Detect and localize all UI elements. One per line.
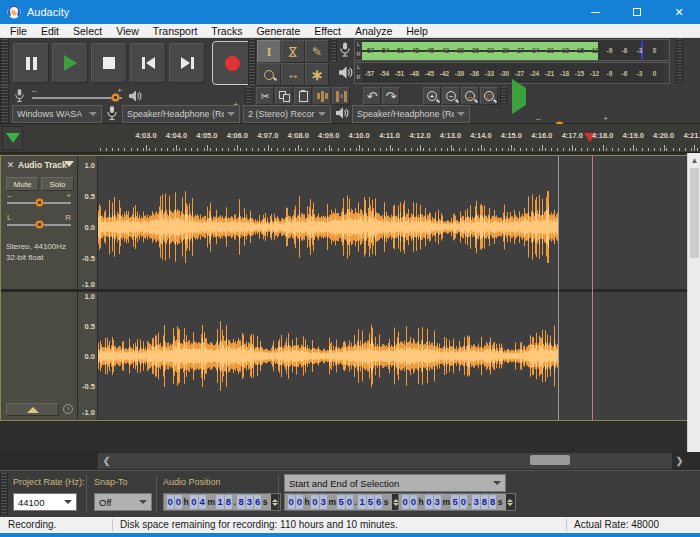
audacity-logo <box>7 5 21 19</box>
ruler-label: 4:14.0 <box>470 131 491 140</box>
skip-to-end-button[interactable] <box>169 43 205 83</box>
device-toolbar-grip[interactable] <box>0 106 9 123</box>
scroll-left-icon[interactable]: ❮ <box>99 453 114 469</box>
separator <box>156 475 157 513</box>
project-rate-select[interactable]: 44100 <box>13 493 77 511</box>
scroll-right-icon[interactable]: ❯ <box>672 453 687 469</box>
stop-button[interactable] <box>91 43 127 83</box>
transport-toolbar-grip[interactable] <box>0 39 9 85</box>
vertical-scrollbar[interactable]: ▲ ▼ <box>687 153 700 470</box>
scroll-up-icon[interactable]: ▲ <box>688 154 700 167</box>
time-shift-tool-button[interactable]: ↔ <box>281 63 305 86</box>
trim-audio-icon <box>317 91 328 102</box>
menu-select[interactable]: Select <box>66 25 109 37</box>
record-meter-grip[interactable] <box>330 39 337 61</box>
menu-transport[interactable]: Transport <box>146 25 205 37</box>
collapse-track-button[interactable] <box>6 403 59 416</box>
zoom-in-button[interactable]: + <box>423 87 441 105</box>
ruler-label: 4:10.0 <box>349 131 370 140</box>
spinner-icon[interactable] <box>506 494 515 510</box>
speaker-icon[interactable] <box>338 65 353 80</box>
menu-analyze[interactable]: Analyze <box>348 25 399 37</box>
close-button[interactable]: ✕ <box>658 0 700 24</box>
mixer-toolbar-grip[interactable] <box>0 87 9 105</box>
envelope-tool-button[interactable]: ⋈ <box>281 40 305 63</box>
chevron-down-icon <box>227 112 235 116</box>
copy-button[interactable] <box>275 87 293 105</box>
mute-button[interactable]: Mute <box>6 177 39 191</box>
play-icon <box>64 55 77 71</box>
menu-help[interactable]: Help <box>399 25 435 37</box>
trim-audio-button[interactable] <box>313 87 331 105</box>
zoom-tool-button[interactable] <box>257 63 281 86</box>
pause-button[interactable] <box>13 43 49 83</box>
menu-edit[interactable]: Edit <box>34 25 66 37</box>
solo-button[interactable]: Solo <box>41 177 74 191</box>
audio-host-select[interactable]: Windows WASA <box>12 105 102 123</box>
chevron-down-icon <box>493 481 501 485</box>
recording-volume-slider[interactable]: –+ <box>32 89 122 103</box>
recording-channels-select[interactable]: 2 (Stereo) Recor <box>243 105 331 123</box>
menu-tracks[interactable]: Tracks <box>204 25 249 37</box>
separator <box>86 475 87 513</box>
play-button[interactable] <box>52 43 88 83</box>
selection-mode-select[interactable]: Start and End of Selection <box>284 474 506 492</box>
ruler-label: 4:06.0 <box>227 131 248 140</box>
zoom-out-button[interactable]: − <box>442 87 460 105</box>
menu-view[interactable]: View <box>109 25 146 37</box>
status-bar: Recording. Disk space remaining for reco… <box>0 517 700 533</box>
gain-slider[interactable]: –+ <box>7 194 71 208</box>
track-menu-arrow-icon[interactable] <box>64 161 74 167</box>
horizontal-scroll-thumb[interactable] <box>530 455 570 465</box>
menu-file[interactable]: File <box>3 25 34 37</box>
title-bar: Audacity ✕ <box>0 0 700 24</box>
pan-slider-thumb[interactable] <box>35 220 44 229</box>
audio-track[interactable]: ✕ Audio Track Mute Solo –+ LR Stereo, 44… <box>0 155 688 421</box>
recording-volume-thumb[interactable] <box>111 93 120 102</box>
minimize-button[interactable] <box>574 0 616 24</box>
menu-effect[interactable]: Effect <box>307 25 348 37</box>
selection-start-field[interactable]: 00h03m50.156s <box>284 493 402 511</box>
track-area[interactable]: ✕ Audio Track Mute Solo –+ LR Stereo, 44… <box>0 153 700 452</box>
redo-button[interactable]: ↷ <box>382 87 400 105</box>
vertical-scroll-thumb[interactable] <box>690 168 699 258</box>
waveform-channel-2[interactable] <box>98 292 687 420</box>
fit-project-button[interactable]: □ <box>480 87 498 105</box>
close-track-button[interactable]: ✕ <box>5 160 16 171</box>
recording-device-select[interactable]: Speaker/Headphone (Realte <box>122 105 240 123</box>
selection-end-field[interactable]: 00h03m50.388s <box>398 493 516 511</box>
microphone-icon[interactable] <box>339 41 351 58</box>
audio-position-field[interactable]: 00h04m18.836s <box>163 493 281 511</box>
edit-toolbar-grip[interactable] <box>245 87 253 107</box>
tools-toolbar-grip[interactable] <box>248 39 256 85</box>
timeline-ruler[interactable]: 4:03.04:04.04:05.04:06.04:07.04:08.04:09… <box>0 124 700 153</box>
menu-generate[interactable]: Generate <box>249 25 307 37</box>
maximize-button[interactable] <box>616 0 658 24</box>
track-name[interactable]: Audio Track <box>18 160 67 170</box>
fit-selection-button[interactable]: ↔ <box>461 87 479 105</box>
silence-audio-button[interactable] <box>332 87 350 105</box>
asterisk-icon: ∗ <box>311 66 324 84</box>
pinned-play-head-button[interactable] <box>2 126 23 150</box>
meter-dock-grip[interactable] <box>676 39 683 84</box>
play-at-speed-grip[interactable] <box>500 87 507 107</box>
waveform-channel-1[interactable] <box>98 156 687 289</box>
gain-slider-thumb[interactable] <box>35 198 44 207</box>
snap-to-select[interactable]: Off <box>94 493 152 511</box>
multi-tool-button[interactable]: ∗ <box>305 63 329 86</box>
record-button[interactable] <box>212 41 252 85</box>
horizontal-scrollbar[interactable] <box>98 453 672 469</box>
skip-to-start-button[interactable] <box>130 43 166 83</box>
ruler-label: 4:05.0 <box>196 131 217 140</box>
selection-toolbar-grip[interactable] <box>0 473 8 515</box>
cut-button[interactable]: ✂ <box>256 87 274 105</box>
draw-tool-button[interactable]: ✎ <box>305 40 329 63</box>
selection-tool-button[interactable]: I <box>257 40 281 63</box>
playback-device-select[interactable]: Speaker/Headphone (Realte <box>352 105 470 123</box>
pan-slider[interactable]: LR <box>7 216 71 230</box>
paste-button[interactable] <box>294 87 312 105</box>
undo-button[interactable]: ↶ <box>363 87 381 105</box>
play-at-speed-button[interactable] <box>512 88 526 106</box>
ibeam-icon: I <box>266 44 271 60</box>
recording-meter[interactable]: LR -57-54-51-48-45-42-39-36-33-30-27-24-… <box>354 39 670 61</box>
